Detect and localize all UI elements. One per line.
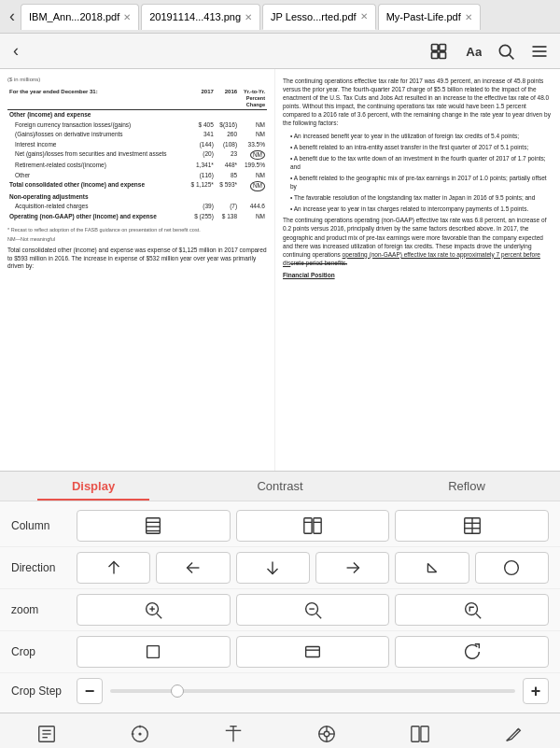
dir-tr-btn[interactable] bbox=[395, 552, 469, 584]
crop-auto-btn[interactable] bbox=[236, 636, 390, 668]
svg-line-35 bbox=[316, 614, 321, 618]
crop-rect-btn[interactable] bbox=[77, 636, 231, 668]
table-row: Net (gains)/losses from securities and i… bbox=[7, 149, 267, 161]
nav-navigation[interactable]: Navigation bbox=[280, 713, 373, 748]
crop-step-slider[interactable] bbox=[110, 689, 515, 693]
bottom-nav: TOC Progress Format bbox=[0, 713, 560, 748]
column-list-btn[interactable] bbox=[395, 510, 549, 542]
table-row: Other(116)85NM bbox=[7, 171, 267, 180]
scribble-icon bbox=[503, 724, 524, 749]
panel-tabs: Display Contrast Reflow bbox=[0, 472, 560, 501]
pdf-financial-position: Financial Position bbox=[283, 271, 553, 279]
zoom-options bbox=[77, 594, 549, 626]
column-dual-btn[interactable] bbox=[236, 510, 390, 542]
svg-rect-15 bbox=[314, 518, 321, 534]
tab-close-mypast[interactable]: ✕ bbox=[465, 12, 472, 22]
dir-l-btn[interactable] bbox=[236, 552, 310, 584]
nav-format[interactable]: Format bbox=[187, 713, 280, 748]
pdf-subtitle: ($ in millions) bbox=[7, 77, 267, 84]
reflow-icon[interactable] bbox=[426, 38, 452, 64]
svg-point-53 bbox=[324, 731, 329, 737]
svg-rect-2 bbox=[432, 51, 439, 58]
zoom-fit-btn[interactable] bbox=[395, 594, 549, 626]
tab-bar: ‹ IBM_Ann...2018.pdf ✕ 20191114...413.pn… bbox=[0, 0, 560, 34]
crop-step-minus-btn[interactable]: − bbox=[77, 678, 103, 704]
nav-scribble[interactable]: Scribble bbox=[467, 713, 560, 748]
zoom-in-btn[interactable] bbox=[77, 594, 231, 626]
tab-20191114[interactable]: 20191114...413.png ✕ bbox=[141, 4, 260, 30]
svg-rect-3 bbox=[440, 51, 446, 58]
pdf-summary-para: Total consolidated other (income) and ex… bbox=[7, 247, 267, 270]
svg-line-31 bbox=[157, 614, 161, 618]
svg-line-61 bbox=[517, 728, 519, 730]
crop-row: Crop bbox=[0, 631, 560, 673]
zoom-row: zoom bbox=[0, 589, 560, 631]
nav-progress[interactable]: Progress bbox=[93, 713, 187, 748]
settings-area: Column bbox=[0, 501, 560, 713]
menu-icon[interactable] bbox=[526, 38, 553, 64]
bottom-panel: Display Contrast Reflow Column bbox=[0, 471, 560, 713]
crop-step-plus-btn[interactable]: + bbox=[523, 678, 549, 704]
crop-step-row: Crop Step − + bbox=[0, 673, 560, 709]
dir-h-btn[interactable] bbox=[156, 552, 230, 584]
nav-toc[interactable]: TOC bbox=[0, 713, 93, 748]
content-area: ($ in millions) For the year ended Decem… bbox=[0, 69, 560, 471]
nav-split-screen[interactable]: Split Screen bbox=[373, 713, 467, 748]
svg-text:Aa: Aa bbox=[466, 45, 482, 59]
pdf-para-nongaap: The continuing operations operating (non… bbox=[283, 216, 553, 267]
crop-step-slider-thumb bbox=[171, 684, 184, 698]
svg-rect-1 bbox=[440, 44, 446, 50]
financial-table: For the year ended December 31: 2017 201… bbox=[7, 88, 267, 221]
table-row: Non-operating adjustments bbox=[7, 192, 267, 202]
svg-rect-14 bbox=[304, 518, 312, 534]
tab-close-jp[interactable]: ✕ bbox=[360, 11, 368, 21]
navigation-icon bbox=[316, 724, 337, 749]
pdf-bullet-6: An increase year to year in tax charges … bbox=[283, 205, 553, 213]
search-icon[interactable] bbox=[493, 38, 519, 64]
dir-tl-btn[interactable] bbox=[315, 552, 389, 584]
column-options bbox=[77, 510, 549, 542]
table-row: Operating (non-GAAP) other (income) and … bbox=[7, 212, 267, 221]
direction-options bbox=[77, 552, 549, 584]
column-single-btn[interactable] bbox=[77, 510, 231, 542]
tab-reflow[interactable]: Reflow bbox=[373, 472, 560, 501]
svg-line-6 bbox=[510, 54, 514, 59]
tab-mypast[interactable]: My-Past-Life.pdf ✕ bbox=[378, 4, 481, 30]
text-icon[interactable]: Aa bbox=[459, 38, 485, 64]
zoom-out-btn[interactable] bbox=[236, 594, 390, 626]
tab-close-20191114[interactable]: ✕ bbox=[245, 12, 252, 22]
svg-rect-39 bbox=[147, 646, 160, 658]
svg-point-46 bbox=[139, 733, 141, 735]
footnote1: * Recast to reflect adoption of the FASB… bbox=[7, 227, 267, 233]
pdf-bullet-3: A benefit due to the tax write down of a… bbox=[283, 154, 553, 171]
toolbar: ‹ Aa bbox=[0, 34, 560, 69]
table-row: Retirement-related costs/(income)1,341*4… bbox=[7, 161, 267, 170]
toolbar-back-button[interactable]: ‹ bbox=[7, 39, 24, 63]
back-button[interactable]: ‹ bbox=[4, 5, 21, 28]
column-row: Column bbox=[0, 505, 560, 547]
tab-ibm[interactable]: IBM_Ann...2018.pdf ✕ bbox=[21, 4, 139, 30]
crop-reset-btn[interactable] bbox=[395, 636, 549, 668]
pdf-bullet-2: A benefit related to an intra-entity ass… bbox=[283, 143, 553, 151]
tab-close-ibm[interactable]: ✕ bbox=[123, 12, 131, 22]
pdf-left: ($ in millions) For the year ended Decem… bbox=[0, 69, 275, 471]
pdf-bullet-4: A benefit related to the geographic mix … bbox=[283, 174, 553, 191]
svg-point-37 bbox=[465, 603, 477, 615]
tab-jp[interactable]: JP Lesso...rted.pdf ✕ bbox=[262, 4, 376, 30]
toc-icon bbox=[36, 724, 57, 749]
table-row: Acquisition-related charges(39)(7)444.6 bbox=[7, 202, 267, 211]
column-label: Column bbox=[11, 519, 77, 532]
svg-rect-58 bbox=[412, 726, 419, 741]
svg-point-29 bbox=[505, 561, 519, 575]
tab-contrast[interactable]: Contrast bbox=[187, 472, 373, 501]
footnote2: NM—Not meaningful bbox=[7, 236, 267, 243]
dir-circle-btn[interactable] bbox=[475, 552, 549, 584]
svg-rect-59 bbox=[421, 726, 428, 741]
pdf-para-tax: The continuing operations effective tax … bbox=[283, 77, 553, 128]
tab-display[interactable]: Display bbox=[0, 472, 187, 501]
crop-label: Crop bbox=[11, 645, 77, 658]
svg-rect-40 bbox=[306, 647, 320, 657]
dir-t-btn[interactable] bbox=[77, 552, 150, 584]
zoom-label: zoom bbox=[11, 603, 77, 616]
progress-icon bbox=[130, 724, 150, 749]
